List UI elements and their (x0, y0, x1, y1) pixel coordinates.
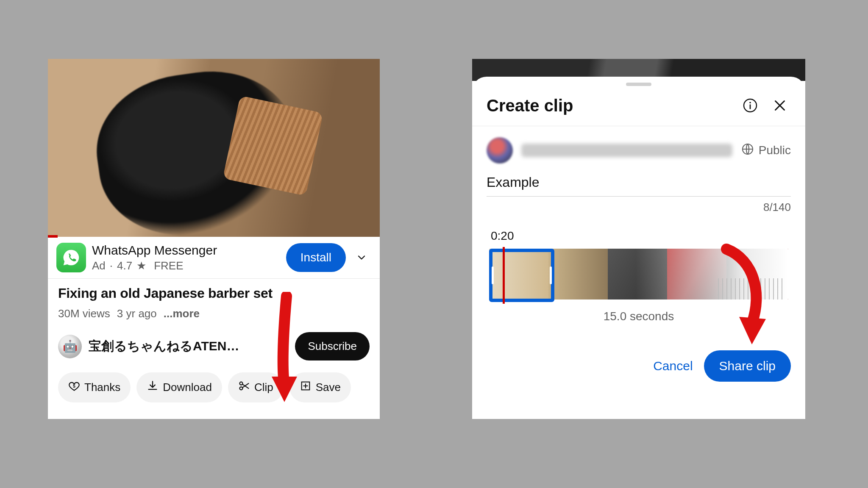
channel-avatar[interactable]: 🤖 (58, 335, 82, 358)
video-thumbnail[interactable] (48, 59, 380, 237)
visibility-label: Public (759, 144, 791, 157)
clip-label: Clip (254, 381, 273, 394)
character-counter: 8/140 (472, 199, 805, 222)
user-avatar[interactable] (487, 137, 513, 164)
create-clip-panel: Create clip Public 8/140 0:20 (472, 59, 805, 419)
timeline-ticks (718, 278, 786, 299)
close-button[interactable] (769, 94, 791, 116)
globe-icon (741, 142, 754, 159)
expand-ad-button[interactable] (352, 252, 371, 263)
info-button[interactable] (739, 94, 761, 116)
ad-banner[interactable]: WhatsApp Messenger Ad · 4.7★ FREE Instal… (48, 237, 380, 279)
download-label: Download (163, 381, 212, 394)
ad-label: Ad (92, 259, 106, 272)
ad-title: WhatsApp Messenger (92, 243, 280, 258)
install-button[interactable]: Install (286, 243, 346, 272)
download-icon (147, 380, 159, 395)
clip-duration: 15.0 seconds (472, 304, 805, 333)
svg-point-5 (749, 102, 751, 103)
action-bar: $ Thanks Download Clip Save (48, 368, 380, 413)
channel-row[interactable]: 🤖 宝創るちゃんねるATEN… 4 Subscribe (48, 324, 380, 368)
thanks-label: Thanks (84, 381, 120, 394)
more-link[interactable]: ...more (164, 307, 200, 320)
author-row: Public (472, 126, 805, 167)
video-title[interactable]: Fixing an old Japanese barber set (58, 286, 370, 301)
download-button[interactable]: Download (136, 372, 222, 402)
user-name-blurred (521, 144, 732, 157)
upload-age: 3 yr ago (117, 307, 157, 320)
ad-rating: 4.7 (117, 259, 132, 272)
view-count: 30M views (58, 307, 110, 320)
subscribe-button[interactable]: Subscribe (295, 332, 370, 360)
cancel-button[interactable]: Cancel (653, 359, 693, 373)
sheet-handle[interactable] (626, 83, 651, 86)
video-info: Fixing an old Japanese barber set 30M vi… (48, 279, 380, 324)
save-icon (300, 380, 312, 395)
clip-timestamp: 0:20 (472, 222, 805, 247)
clip-title-input[interactable] (487, 171, 791, 197)
save-button[interactable]: Save (289, 372, 351, 402)
ad-text: WhatsApp Messenger Ad · 4.7★ FREE (92, 243, 280, 272)
playhead[interactable] (503, 247, 505, 304)
scissors-icon (238, 380, 250, 395)
create-clip-sheet: Create clip Public 8/140 0:20 (472, 77, 805, 419)
share-clip-button[interactable]: Share clip (704, 350, 791, 382)
svg-text:$: $ (73, 383, 75, 388)
thanks-button[interactable]: $ Thanks (58, 372, 131, 402)
ad-price: FREE (154, 259, 183, 272)
youtube-mobile-panel: WhatsApp Messenger Ad · 4.7★ FREE Instal… (48, 59, 380, 419)
channel-name[interactable]: 宝創るちゃんねるATEN… (89, 338, 272, 355)
save-label: Save (316, 381, 341, 394)
heart-dollar-icon: $ (68, 380, 80, 395)
subscriber-count: 4 (282, 340, 288, 353)
star-icon: ★ (136, 259, 146, 272)
clip-button[interactable]: Clip (228, 372, 284, 402)
sheet-title: Create clip (487, 96, 732, 115)
clip-scrubber[interactable] (472, 247, 805, 304)
clip-selection-handles[interactable] (489, 249, 554, 302)
visibility-selector[interactable]: Public (741, 142, 791, 159)
whatsapp-icon (56, 243, 86, 272)
